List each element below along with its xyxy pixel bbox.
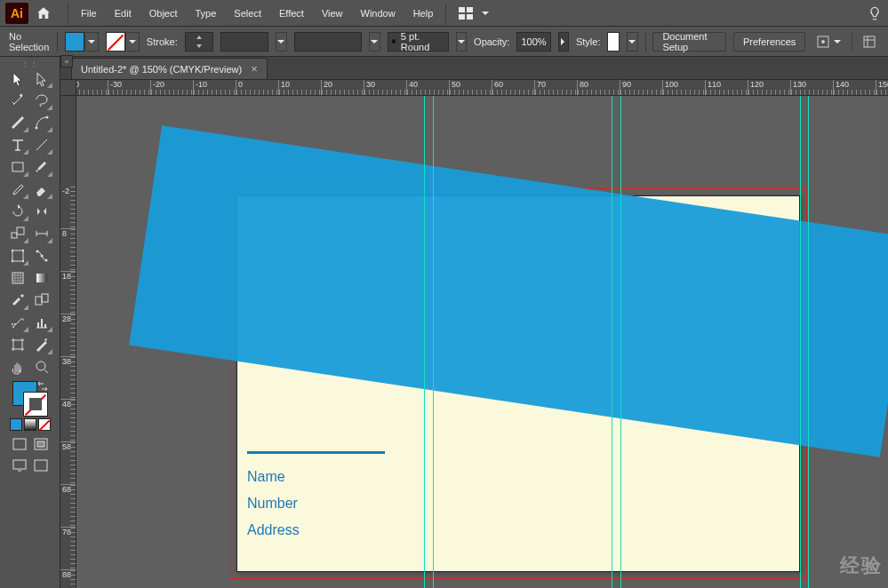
artwork-text-name[interactable]: Name [247, 469, 285, 485]
artboard-tool[interactable] [6, 334, 29, 355]
svg-point-16 [12, 260, 13, 262]
svg-rect-30 [44, 324, 46, 328]
ruler-horizontal[interactable]: -40-30-20-100102030405060708090100110120… [76, 80, 888, 96]
svg-rect-22 [36, 274, 47, 282]
blend-tool[interactable] [30, 290, 53, 311]
svg-point-17 [22, 260, 24, 262]
guide-vertical[interactable] [433, 96, 434, 588]
curvature-tool[interactable] [30, 112, 53, 133]
guide-vertical[interactable] [612, 96, 612, 588]
svg-point-15 [22, 250, 24, 251]
symbol-sprayer-tool[interactable] [6, 312, 29, 333]
svg-point-8 [36, 127, 38, 130]
color-mode-buttons[interactable] [10, 418, 51, 431]
menu-type[interactable]: Type [187, 4, 226, 22]
svg-rect-0 [459, 7, 465, 12]
arrange-documents-button[interactable] [459, 7, 489, 20]
close-tab-icon[interactable]: × [251, 62, 258, 75]
opacity-input[interactable]: 100% [516, 32, 550, 52]
eyedropper-tool[interactable] [6, 290, 29, 311]
mesh-tool[interactable] [6, 267, 29, 289]
artwork-accent-line[interactable] [247, 451, 385, 454]
column-graph-tool[interactable] [30, 312, 53, 333]
document-tab[interactable]: Untitled-2* @ 150% (CMYK/Preview) × [71, 58, 268, 79]
scale-tool[interactable] [6, 223, 29, 244]
panel-collapse-toggle[interactable]: « [60, 55, 73, 68]
screen-mode-icon[interactable] [10, 457, 29, 473]
guide-vertical[interactable] [620, 96, 621, 588]
draw-behind-icon[interactable] [31, 436, 51, 452]
swap-fill-stroke-icon[interactable] [37, 381, 48, 392]
reflect-tool[interactable] [30, 201, 53, 222]
fill-stroke-proxy[interactable] [12, 381, 48, 417]
puppet-warp-tool[interactable] [30, 245, 53, 266]
svg-rect-13 [12, 250, 23, 261]
document-setup-button[interactable]: Document Setup [652, 32, 726, 52]
type-tool[interactable] [6, 134, 29, 155]
style-label: Style: [576, 36, 601, 47]
canvas[interactable]: NameNumberAddress 经验 [76, 96, 888, 588]
width-tool[interactable] [30, 223, 53, 244]
slice-tool[interactable] [30, 334, 53, 355]
menu-effect[interactable]: Effect [270, 4, 313, 22]
vwp-caret[interactable] [276, 32, 286, 52]
menu-object[interactable]: Object [140, 4, 187, 22]
rectangle-tool[interactable] [6, 156, 29, 178]
artwork-text-number[interactable]: Number [247, 496, 298, 512]
rotate-tool[interactable] [6, 201, 29, 222]
brush-profile-dropdown[interactable]: 5 pt. Round [388, 32, 449, 52]
profile-caret[interactable] [456, 32, 467, 52]
guide-vertical[interactable] [424, 96, 425, 588]
guide-vertical[interactable] [808, 96, 809, 588]
menu-window[interactable]: Window [352, 4, 404, 22]
free-transform-tool[interactable] [6, 245, 29, 266]
gradient-tool[interactable] [30, 267, 53, 289]
pen-tool[interactable] [6, 112, 29, 133]
paintbrush-tool[interactable] [30, 156, 53, 178]
transform-panel-toggle[interactable] [860, 36, 879, 48]
change-screen-icon[interactable] [31, 457, 51, 473]
stroke-weight-input[interactable] [185, 32, 213, 52]
menu-file[interactable]: File [72, 4, 106, 22]
stroke-proxy[interactable] [23, 392, 48, 417]
menu-edit[interactable]: Edit [106, 4, 140, 22]
ruler-vertical[interactable]: -281828384858687888981081181281381481581… [60, 96, 76, 588]
home-icon[interactable] [36, 5, 52, 21]
preferences-button[interactable]: Preferences [733, 32, 805, 52]
control-bar: No Selection Stroke: 5 pt. Round Opacity… [0, 27, 888, 57]
style-caret[interactable] [627, 32, 637, 52]
fill-swatch[interactable] [65, 32, 99, 52]
svg-point-25 [12, 326, 14, 328]
menu-view[interactable]: View [313, 4, 352, 22]
opacity-caret[interactable] [558, 32, 569, 52]
artwork-text-address[interactable]: Address [247, 522, 300, 538]
stroke-swatch[interactable] [106, 32, 140, 52]
selection-tool[interactable] [6, 68, 29, 89]
zoom-tool[interactable] [30, 356, 53, 377]
line-tool[interactable] [30, 134, 53, 155]
svg-rect-6 [864, 36, 875, 47]
menu-help[interactable]: Help [404, 4, 443, 22]
learn-icon[interactable] [867, 5, 883, 21]
pencil-tool[interactable] [6, 179, 29, 200]
panel-grip[interactable]: ⋮⋮ [12, 59, 48, 68]
graphic-style-swatch[interactable] [607, 32, 620, 52]
svg-point-27 [12, 323, 13, 325]
svg-point-26 [14, 323, 16, 325]
ruler-origin[interactable] [60, 80, 76, 96]
lasso-tool[interactable] [30, 90, 53, 111]
direct-selection-tool[interactable] [30, 68, 53, 89]
eraser-tool[interactable] [30, 179, 53, 200]
svg-point-18 [36, 250, 39, 253]
guide-vertical[interactable] [800, 96, 801, 588]
align-to-selection[interactable] [812, 35, 844, 49]
brush-definition-dropdown[interactable] [294, 32, 363, 52]
hand-tool[interactable] [6, 356, 29, 377]
svg-rect-29 [41, 319, 43, 328]
magic-wand-tool[interactable] [6, 90, 29, 111]
variable-width-profile-dropdown[interactable] [220, 32, 268, 52]
draw-normal-icon[interactable] [10, 436, 29, 452]
brush-caret[interactable] [369, 32, 380, 52]
menu-select[interactable]: Select [225, 4, 270, 22]
opacity-label: Opacity: [474, 36, 509, 47]
